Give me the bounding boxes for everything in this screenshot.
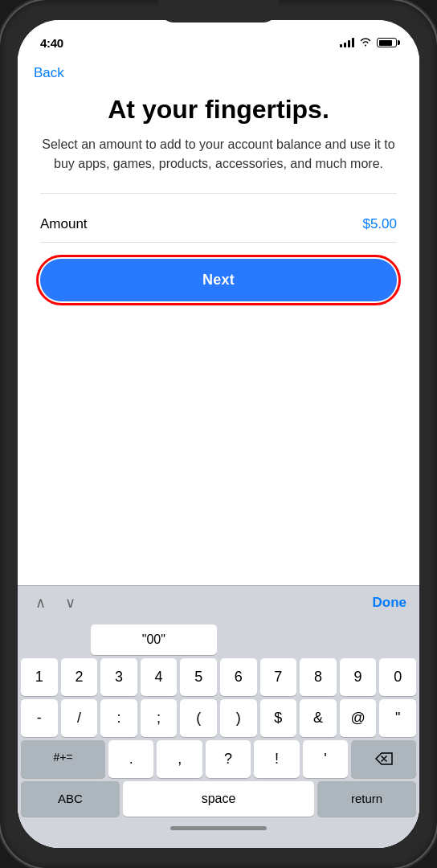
key-dash[interactable]: - (21, 699, 58, 737)
back-button[interactable]: Back (34, 65, 64, 80)
next-button-highlight (36, 255, 401, 305)
notch (158, 0, 279, 23)
key-dollar[interactable]: $ (260, 699, 297, 737)
key-colon[interactable]: : (100, 699, 137, 737)
key-1[interactable]: 1 (21, 658, 58, 696)
keyboard-toolbar: ∧ ∨ Done (18, 585, 419, 620)
keyboard-row3: #+= . , ? ! ' (21, 740, 416, 778)
key-apostrophe[interactable]: ' (303, 740, 348, 778)
amount-value: $5.00 (362, 216, 397, 232)
key-8[interactable]: 8 (300, 658, 337, 696)
key-5[interactable]: 5 (180, 658, 217, 696)
home-indicator-area (21, 820, 416, 841)
phone-inner: 4:40 (18, 20, 419, 848)
app-content: Back At your fingertips. Select an amoun… (18, 55, 419, 848)
divider (40, 193, 397, 194)
key-abc[interactable]: ABC (21, 781, 120, 817)
toolbar-down-button[interactable]: ∨ (60, 592, 80, 613)
key-question[interactable]: ? (206, 740, 251, 778)
keyboard-row4: ABC space return (21, 781, 416, 817)
key-9[interactable]: 9 (340, 658, 377, 696)
key-space[interactable]: space (123, 781, 314, 817)
key-return[interactable]: return (317, 781, 416, 817)
key-4[interactable]: 4 (141, 658, 178, 696)
signal-bars-icon (340, 38, 354, 47)
status-icons (340, 36, 397, 49)
key-slash[interactable]: / (61, 699, 98, 737)
key-0[interactable]: 0 (379, 658, 416, 696)
key-00[interactable]: "00" (91, 624, 217, 655)
keyboard-number-row: 1 2 3 4 5 6 7 8 9 0 (21, 658, 416, 696)
home-indicator (170, 826, 267, 830)
toolbar-nav: ∧ ∨ (31, 592, 80, 613)
page-description: Select an amount to add to your account … (40, 135, 397, 174)
toolbar-done-button[interactable]: Done (373, 595, 407, 611)
status-time: 4:40 (40, 36, 63, 50)
content-area: At your fingertips. Select an amount to … (18, 88, 419, 585)
key-3[interactable]: 3 (100, 658, 137, 696)
key-ampersand[interactable]: & (300, 699, 337, 737)
keyboard-symbol-row: - / : ; ( ) $ & @ " (21, 699, 416, 737)
amount-row: Amount $5.00 (40, 207, 397, 243)
next-button-wrapper: Next (40, 259, 397, 301)
page-title: At your fingertips. (40, 96, 397, 124)
key-semicolon[interactable]: ; (141, 699, 178, 737)
status-bar: 4:40 (18, 20, 419, 55)
keyboard-special-row: "00" (21, 624, 416, 655)
key-comma[interactable]: , (157, 740, 202, 778)
phone-frame: 4:40 (0, 0, 437, 868)
key-lparen[interactable]: ( (180, 699, 217, 737)
battery-icon (377, 38, 397, 47)
keyboard: "00" 1 2 3 4 5 6 7 8 9 0 (18, 620, 419, 848)
key-quote[interactable]: " (379, 699, 416, 737)
amount-label: Amount (40, 216, 88, 232)
key-2[interactable]: 2 (61, 658, 98, 696)
key-7[interactable]: 7 (260, 658, 297, 696)
key-backspace[interactable] (351, 740, 416, 778)
key-exclamation[interactable]: ! (254, 740, 299, 778)
key-at[interactable]: @ (340, 699, 377, 737)
key-hashtag[interactable]: #+= (21, 740, 105, 778)
key-period[interactable]: . (108, 740, 153, 778)
key-6[interactable]: 6 (220, 658, 257, 696)
nav-bar: Back (18, 55, 419, 88)
toolbar-up-button[interactable]: ∧ (31, 592, 51, 613)
wifi-icon (359, 36, 372, 49)
key-rparen[interactable]: ) (220, 699, 257, 737)
